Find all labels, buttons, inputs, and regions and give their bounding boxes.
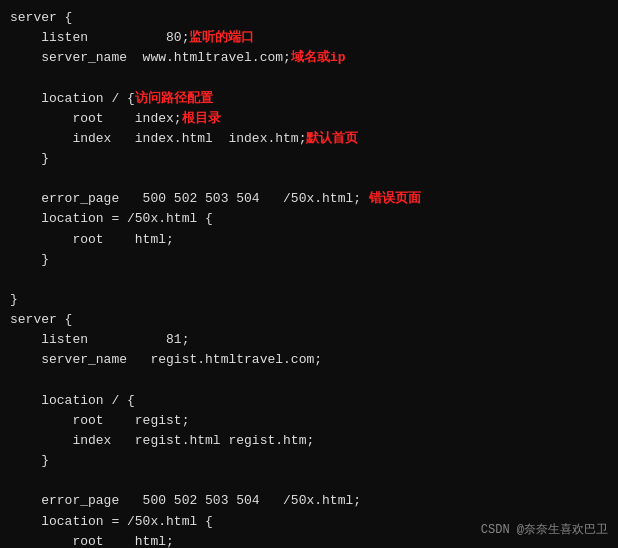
code-editor: server { listen 80;监听的端口 server_name www… [0,0,618,548]
code-line-7: index index.html index.htm;默认首页 [10,129,608,149]
code-text: root html; [10,532,174,548]
code-text [10,371,18,391]
code-line-16: server { [10,310,608,330]
code-text [10,68,18,88]
code-text: server { [10,8,72,28]
code-text: } [10,290,18,310]
code-text: server_name www.htmltravel.com; [10,48,291,68]
code-text: location / { [10,89,135,109]
code-line-22: index regist.html regist.htm; [10,431,608,451]
annotation-error-page: 错误页面 [361,189,421,209]
code-text: index index.html index.htm; [10,129,306,149]
code-line-3: server_name www.htmltravel.com;域名或ip [10,48,608,68]
code-line-4 [10,68,608,88]
code-text: location = /50x.html { [10,209,213,229]
code-line-13: } [10,250,608,270]
code-line-6: root index;根目录 [10,109,608,129]
code-text: } [10,149,49,169]
code-text: root regist; [10,411,189,431]
code-text [10,471,18,491]
code-text: server_name regist.htmltravel.com; [10,350,322,370]
code-text: error_page 500 502 503 504 /50x.html; [10,189,361,209]
code-line-23: } [10,451,608,471]
code-text: } [10,451,49,471]
code-line-14 [10,270,608,290]
code-line-18: server_name regist.htmltravel.com; [10,350,608,370]
code-line-24 [10,471,608,491]
code-text: listen 80; [10,28,189,48]
code-text: root html; [10,230,174,250]
annotation-root: 根目录 [182,109,221,129]
code-text: location = /50x.html { [10,512,213,532]
annotation-listen: 监听的端口 [189,28,254,48]
annotation-location: 访问路径配置 [135,89,213,109]
code-text [10,169,18,189]
code-text: server { [10,310,72,330]
annotation-server-name: 域名或ip [291,48,346,68]
code-line-5: location / {访问路径配置 [10,89,608,109]
code-line-12: root html; [10,230,608,250]
code-line-19 [10,371,608,391]
code-text [10,270,18,290]
annotation-index: 默认首页 [306,129,358,149]
code-line-11: location = /50x.html { [10,209,608,229]
code-text: error_page 500 502 503 504 /50x.html; [10,491,361,511]
watermark: CSDN @奈奈生喜欢巴卫 [481,521,608,538]
code-line-25: error_page 500 502 503 504 /50x.html; [10,491,608,511]
code-line-1: server { [10,8,608,28]
code-line-17: listen 81; [10,330,608,350]
code-line-15: } [10,290,608,310]
code-text: location / { [10,391,135,411]
code-line-21: root regist; [10,411,608,431]
code-text: root index; [10,109,182,129]
code-line-8: } [10,149,608,169]
code-line-10: error_page 500 502 503 504 /50x.html; 错误… [10,189,608,209]
code-line-20: location / { [10,391,608,411]
code-text: listen 81; [10,330,189,350]
code-line-9 [10,169,608,189]
code-text: } [10,250,49,270]
code-text: index regist.html regist.htm; [10,431,314,451]
code-line-2: listen 80;监听的端口 [10,28,608,48]
